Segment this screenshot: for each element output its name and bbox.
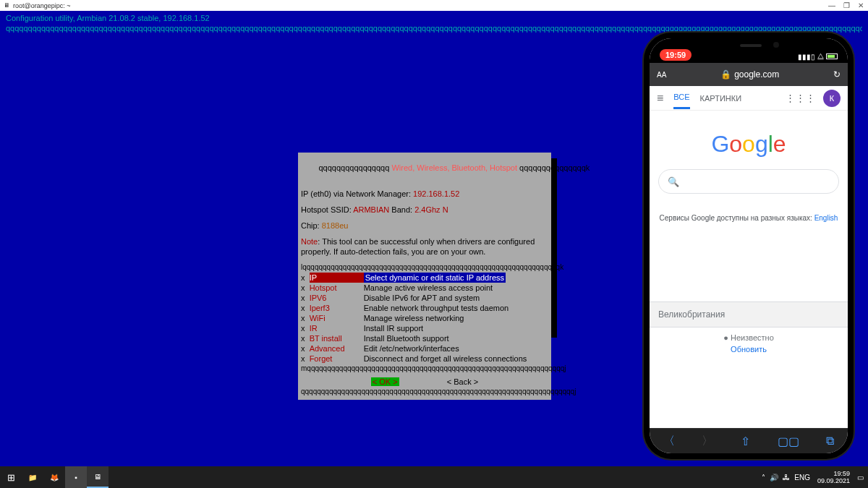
windows-taskbar: ⊞ 📁 🦊 ▪ 🖥 ˄ 🔊 🖧 ENG 19:59 09.09.2021 ▭	[0, 466, 868, 488]
lock-icon: 🔒	[720, 69, 731, 80]
url-text: google.com	[734, 69, 779, 80]
tray-clock[interactable]: 19:59 09.09.2021	[814, 470, 853, 484]
tray-notifications-icon[interactable]: ▭	[857, 474, 864, 481]
band-label: Band:	[389, 205, 414, 214]
note-text2: properly. If auto-detection fails, you a…	[301, 247, 548, 257]
location-unknown: ● Неизвестно	[650, 328, 848, 343]
english-link[interactable]: English	[814, 214, 838, 222]
iphone-mockup: 19:59 ▮▮▮▯ ⧋ AA 🔒google.com ↻ ≡ ВСЕ КАРТ…	[644, 33, 854, 459]
dialog-title: Wired, Wireless, Bluetooth, Hotspot	[391, 163, 517, 172]
note-text: : This tool can be successful only when …	[318, 237, 535, 246]
dialog-border: qqqqqqqqqqqqqqqq	[318, 163, 391, 172]
menu-item-advanced[interactable]: x Advanced Edit /etc/network/interfaces	[301, 343, 548, 354]
reload-icon[interactable]: ↻	[833, 69, 841, 80]
chip-label: Chip:	[301, 221, 322, 230]
back-button[interactable]: < Back >	[447, 377, 478, 386]
border-line: qqqqqqqqqqqqqqqqqqqqqqqqqqqqqqqqqqqqqqqq…	[6, 23, 862, 33]
ok-button[interactable]: < OK >	[371, 377, 399, 386]
tray-volume-icon[interactable]: 🔊	[770, 474, 778, 481]
search-input[interactable]: 🔍	[658, 169, 839, 194]
dialog-border: qqqqqqqqqqqqqqqk	[517, 163, 590, 172]
wifi-icon: ⧋	[817, 52, 824, 61]
taskbar-app[interactable]: ▪	[65, 466, 87, 488]
hamburger-icon[interactable]: ≡	[657, 92, 663, 105]
bookmarks-icon[interactable]: ▢▢	[778, 435, 799, 448]
back-icon[interactable]: 〈	[663, 434, 675, 449]
services-text: Сервисы Google доступны на разных языках…	[650, 214, 848, 222]
start-button[interactable]: ⊞	[0, 466, 22, 488]
menu-item-ir[interactable]: x IR Install IR support	[301, 323, 548, 333]
taskbar-firefox[interactable]: 🦊	[43, 466, 65, 488]
page-content: ≡ ВСЕ КАРТИНКИ ⋮⋮⋮ К Google 🔍 Сервисы Go…	[650, 86, 848, 428]
signal-icon: ▮▮▮▯	[798, 53, 815, 61]
google-logo: Google	[650, 111, 848, 169]
account-avatar[interactable]: К	[823, 90, 841, 107]
location-update[interactable]: Обновить	[650, 343, 848, 359]
menu-border-bot: mqqqqqqqqqqqqqqqqqqqqqqqqqqqqqqqqqqqqqqq…	[301, 364, 548, 374]
tray-lang[interactable]: ENG	[794, 474, 810, 481]
menu-item-wifi[interactable]: x WiFi Manage wireless networking	[301, 313, 548, 323]
taskbar-putty[interactable]: 🖥	[87, 466, 109, 488]
putty-icon: 🖥	[3, 2, 10, 9]
system-tray[interactable]: ˄ 🔊 🖧 ENG 19:59 09.09.2021 ▭	[762, 470, 868, 484]
menu-item-hotspot[interactable]: x Hotspot Manage active wireless access …	[301, 283, 548, 293]
ip-value: 192.168.1.52	[413, 189, 459, 198]
note-label: Note	[301, 237, 318, 246]
safari-url-bar[interactable]: AA 🔒google.com ↻	[650, 63, 848, 86]
apps-icon[interactable]: ⋮⋮⋮	[786, 93, 816, 103]
config-header: Configuration utility, Armbian 21.08.2 s…	[6, 13, 862, 23]
menu-item-ipv6[interactable]: x IPV6 Disable IPv6 for APT and system	[301, 293, 548, 303]
status-icons: ▮▮▮▯ ⧋	[798, 52, 838, 61]
menu-border-top: lqqqqqqqqqqqqqqqqqqqqqqqqqqqqqqqqqqqqqqq…	[301, 262, 548, 273]
band-value: 2.4Ghz N	[414, 205, 448, 214]
forward-icon: 〉	[702, 434, 713, 449]
tabs-icon[interactable]: ⧉	[826, 435, 834, 448]
battery-icon	[826, 53, 838, 59]
window-titlebar: 🖥 root@orangepipc: ~ — ❐ ✕	[0, 0, 868, 11]
menu-item-forget[interactable]: x Forget Disconnect and forget all wirel…	[301, 354, 548, 364]
tray-network-icon[interactable]: 🖧	[783, 474, 790, 481]
close-button[interactable]: ✕	[854, 0, 868, 11]
hotspot-label: Hotspot SSID:	[301, 205, 353, 214]
search-icon: 🔍	[668, 176, 679, 187]
tab-images[interactable]: КАРТИНКИ	[700, 88, 741, 108]
menu-item-ip[interactable]: x IP Select dynamic or edit static IP ad…	[301, 273, 548, 283]
safari-toolbar: 〈 〉 ⇧ ▢▢ ⧉	[650, 428, 848, 453]
chip-value: 8188eu	[322, 221, 349, 230]
menu-item-iperf3[interactable]: x Iperf3 Enable network throughput tests…	[301, 303, 548, 313]
tray-chevron-icon[interactable]: ˄	[762, 474, 765, 481]
minimize-button[interactable]: —	[825, 0, 839, 11]
taskbar-explorer[interactable]: 📁	[22, 466, 43, 488]
ip-label: IP (eth0) via Network Manager:	[301, 189, 413, 198]
country-label: Великобритания	[650, 301, 848, 328]
window-title: root@orangepipc: ~	[13, 2, 70, 9]
menu-item-bt-install[interactable]: x BT install Install Bluetooth support	[301, 333, 548, 343]
tab-all[interactable]: ВСЕ	[673, 87, 689, 109]
maximize-button[interactable]: ❐	[839, 0, 854, 11]
phone-notch	[705, 38, 792, 54]
hotspot-ssid: ARMBIAN	[353, 205, 389, 214]
dialog-bottom-border: qqqqqqqqqqqqqqqqqqqqqqqqqqqqqqqqqqqqqqqq…	[301, 387, 548, 397]
status-time: 19:59	[660, 49, 692, 61]
network-dialog: qqqqqqqqqqqqqqqq Wired, Wireless, Blueto…	[298, 153, 551, 400]
text-size-button[interactable]: AA	[657, 71, 666, 79]
share-icon[interactable]: ⇧	[741, 435, 750, 448]
